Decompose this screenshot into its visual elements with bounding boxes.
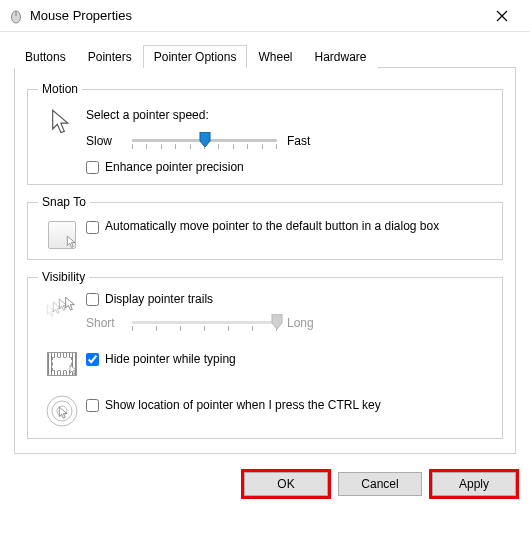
apply-button[interactable]: Apply bbox=[432, 472, 516, 496]
cancel-button[interactable]: Cancel bbox=[338, 472, 422, 496]
cursor-icon bbox=[38, 104, 86, 136]
long-label: Long bbox=[287, 316, 323, 330]
close-button[interactable] bbox=[482, 0, 522, 32]
tab-pointers[interactable]: Pointers bbox=[77, 45, 143, 68]
hide-typing-icon bbox=[38, 348, 86, 376]
legend-snapto: Snap To bbox=[38, 195, 90, 209]
legend-motion: Motion bbox=[38, 82, 82, 96]
group-snapto: Snap To Automatically move pointer to th… bbox=[27, 195, 503, 260]
ctrl-location-checkbox[interactable]: Show location of pointer when I press th… bbox=[86, 398, 492, 412]
tab-strip: Buttons Pointers Pointer Options Wheel H… bbox=[14, 44, 516, 68]
group-motion: Motion Select a pointer speed: Slow bbox=[27, 82, 503, 185]
short-label: Short bbox=[86, 316, 122, 330]
window-title: Mouse Properties bbox=[30, 8, 482, 23]
ok-button[interactable]: OK bbox=[244, 472, 328, 496]
legend-visibility: Visibility bbox=[38, 270, 89, 284]
button-bar: OK Cancel Apply bbox=[0, 462, 530, 506]
hide-typing-checkbox[interactable]: Hide pointer while typing bbox=[86, 352, 492, 366]
tab-buttons[interactable]: Buttons bbox=[14, 45, 77, 68]
snapto-icon bbox=[38, 217, 86, 249]
tab-body: Motion Select a pointer speed: Slow bbox=[14, 68, 516, 454]
trails-checkbox[interactable]: Display pointer trails bbox=[86, 292, 492, 306]
tab-hardware[interactable]: Hardware bbox=[303, 45, 377, 68]
fast-label: Fast bbox=[287, 134, 323, 148]
mouse-icon bbox=[8, 8, 24, 24]
pointer-speed-label: Select a pointer speed: bbox=[86, 108, 492, 122]
trails-length-slider bbox=[132, 312, 277, 334]
enhance-precision-checkbox[interactable]: Enhance pointer precision bbox=[86, 160, 492, 174]
titlebar: Mouse Properties bbox=[0, 0, 530, 32]
tab-pointer-options[interactable]: Pointer Options bbox=[143, 45, 248, 68]
trails-icon bbox=[38, 292, 86, 324]
slow-label: Slow bbox=[86, 134, 122, 148]
group-visibility: Visibility Display pointer trails bbox=[27, 270, 503, 439]
ctrl-location-icon bbox=[38, 390, 86, 428]
snapto-checkbox[interactable]: Automatically move pointer to the defaul… bbox=[86, 219, 492, 234]
pointer-speed-slider[interactable] bbox=[132, 130, 277, 152]
tab-wheel[interactable]: Wheel bbox=[247, 45, 303, 68]
